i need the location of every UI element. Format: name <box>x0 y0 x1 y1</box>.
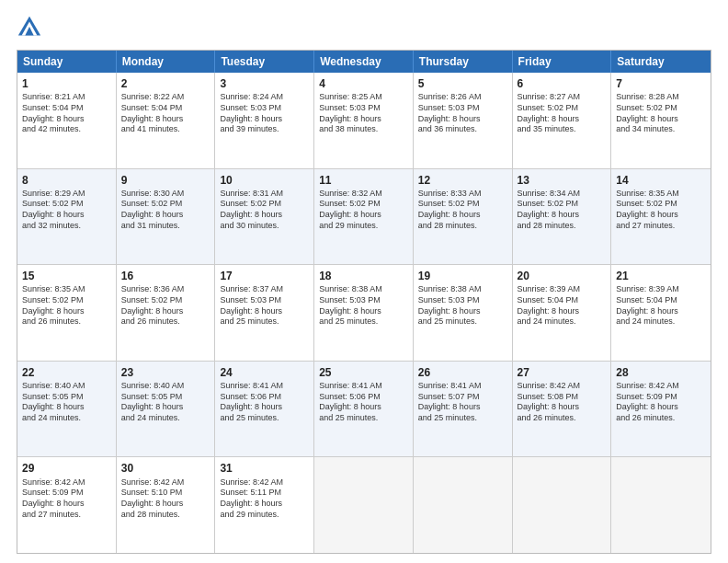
cell-info: Daylight: 8 hours <box>121 499 210 510</box>
day-number: 13 <box>518 173 607 188</box>
day-number: 2 <box>121 76 210 91</box>
cell-info: Sunset: 5:05 PM <box>121 392 210 403</box>
cell-info: Sunrise: 8:41 AM <box>220 381 309 392</box>
calendar-cell: 1Sunrise: 8:21 AMSunset: 5:04 PMDaylight… <box>17 73 117 168</box>
cell-info: Sunrise: 8:33 AM <box>418 189 507 200</box>
cell-info: Sunrise: 8:31 AM <box>220 189 309 200</box>
day-number: 20 <box>518 269 607 283</box>
calendar-cell: 24Sunrise: 8:41 AMSunset: 5:06 PMDayligh… <box>215 362 314 457</box>
calendar-cell: 30Sunrise: 8:42 AMSunset: 5:10 PMDayligh… <box>117 457 216 553</box>
day-number: 1 <box>22 76 111 91</box>
cell-info: and 29 minutes. <box>319 221 408 232</box>
cell-info: Sunrise: 8:42 AM <box>220 477 309 488</box>
day-number: 9 <box>121 173 210 188</box>
calendar-cell: 25Sunrise: 8:41 AMSunset: 5:06 PMDayligh… <box>314 362 414 457</box>
cell-info: Sunrise: 8:28 AM <box>616 92 706 103</box>
cell-info: and 31 minutes. <box>121 221 210 232</box>
cell-info: and 24 minutes. <box>22 413 111 424</box>
cell-info: Sunrise: 8:22 AM <box>121 92 210 103</box>
cell-info: Sunset: 5:06 PM <box>220 392 309 403</box>
cell-info: Sunset: 5:11 PM <box>220 488 309 499</box>
day-number: 6 <box>518 76 607 91</box>
day-number: 7 <box>616 76 706 91</box>
calendar-cell: 11Sunrise: 8:32 AMSunset: 5:02 PMDayligh… <box>314 169 414 265</box>
cell-info: Daylight: 8 hours <box>220 114 309 125</box>
cell-info: Daylight: 8 hours <box>518 306 607 317</box>
cell-info: Sunrise: 8:25 AM <box>319 92 408 103</box>
calendar-cell: 2Sunrise: 8:22 AMSunset: 5:04 PMDaylight… <box>117 73 216 168</box>
cell-info: Daylight: 8 hours <box>220 499 309 510</box>
calendar-header: SundayMondayTuesdayWednesdayThursdayFrid… <box>17 51 711 73</box>
cell-info: and 41 minutes. <box>121 124 210 135</box>
calendar-cell: 28Sunrise: 8:42 AMSunset: 5:09 PMDayligh… <box>611 362 711 457</box>
cell-info: Sunrise: 8:39 AM <box>518 284 607 295</box>
calendar-cell: 14Sunrise: 8:35 AMSunset: 5:02 PMDayligh… <box>611 169 711 265</box>
calendar-cell: 8Sunrise: 8:29 AMSunset: 5:02 PMDaylight… <box>17 169 117 265</box>
day-number: 17 <box>220 269 309 283</box>
calendar-cell: 12Sunrise: 8:33 AMSunset: 5:02 PMDayligh… <box>414 169 513 265</box>
cell-info: Sunset: 5:02 PM <box>616 103 706 114</box>
cell-info: Sunset: 5:02 PM <box>518 199 607 210</box>
day-number: 26 <box>418 365 507 380</box>
cell-info: Daylight: 8 hours <box>319 114 408 125</box>
calendar-cell: 29Sunrise: 8:42 AMSunset: 5:09 PMDayligh… <box>17 457 117 553</box>
page: SundayMondayTuesdayWednesdayThursdayFrid… <box>0 0 728 563</box>
cell-info: Sunset: 5:02 PM <box>22 295 111 306</box>
calendar-cell: 7Sunrise: 8:28 AMSunset: 5:02 PMDaylight… <box>611 73 711 168</box>
cell-info: Daylight: 8 hours <box>121 114 210 125</box>
cell-info: Sunrise: 8:37 AM <box>220 284 309 295</box>
day-number: 10 <box>220 173 309 188</box>
calendar-cell: 21Sunrise: 8:39 AMSunset: 5:04 PMDayligh… <box>611 265 711 361</box>
cell-info: Daylight: 8 hours <box>121 210 210 221</box>
header <box>17 15 711 40</box>
cell-info: Daylight: 8 hours <box>319 210 408 221</box>
header-day-thursday: Thursday <box>414 51 513 73</box>
cell-info: Daylight: 8 hours <box>220 306 309 317</box>
cell-info: Daylight: 8 hours <box>220 210 309 221</box>
cell-info: Daylight: 8 hours <box>22 114 111 125</box>
cell-info: Daylight: 8 hours <box>418 114 507 125</box>
cell-info: and 32 minutes. <box>22 221 111 232</box>
cell-info: and 25 minutes. <box>319 413 408 424</box>
day-number: 12 <box>418 173 507 188</box>
cell-info: Sunset: 5:02 PM <box>121 295 210 306</box>
cell-info: Sunset: 5:04 PM <box>616 295 706 306</box>
cell-info: Sunrise: 8:38 AM <box>319 284 408 295</box>
cell-info: Daylight: 8 hours <box>121 402 210 413</box>
calendar-cell <box>513 457 612 553</box>
cell-info: Sunset: 5:09 PM <box>22 488 111 499</box>
calendar-body: 1Sunrise: 8:21 AMSunset: 5:04 PMDaylight… <box>17 73 711 553</box>
calendar-cell <box>414 457 513 553</box>
cell-info: and 42 minutes. <box>22 124 111 135</box>
cell-info: Daylight: 8 hours <box>518 402 607 413</box>
cell-info: Sunset: 5:06 PM <box>319 392 408 403</box>
calendar-cell: 23Sunrise: 8:40 AMSunset: 5:05 PMDayligh… <box>117 362 216 457</box>
cell-info: Sunset: 5:02 PM <box>518 103 607 114</box>
cell-info: Sunrise: 8:35 AM <box>22 284 111 295</box>
calendar-cell: 6Sunrise: 8:27 AMSunset: 5:02 PMDaylight… <box>513 73 612 168</box>
cell-info: Sunset: 5:05 PM <box>22 392 111 403</box>
cell-info: Sunset: 5:04 PM <box>518 295 607 306</box>
cell-info: Daylight: 8 hours <box>22 402 111 413</box>
cell-info: Sunrise: 8:42 AM <box>616 381 706 392</box>
cell-info: and 28 minutes. <box>518 221 607 232</box>
cell-info: and 25 minutes. <box>220 413 309 424</box>
cell-info: Daylight: 8 hours <box>518 114 607 125</box>
cell-info: Daylight: 8 hours <box>418 306 507 317</box>
cell-info: and 38 minutes. <box>319 124 408 135</box>
calendar-cell: 5Sunrise: 8:26 AMSunset: 5:03 PMDaylight… <box>414 73 513 168</box>
cell-info: Sunrise: 8:42 AM <box>22 477 111 488</box>
cell-info: Daylight: 8 hours <box>121 306 210 317</box>
day-number: 27 <box>518 365 607 380</box>
calendar-cell: 22Sunrise: 8:40 AMSunset: 5:05 PMDayligh… <box>17 362 117 457</box>
day-number: 19 <box>418 269 507 283</box>
cell-info: Sunset: 5:07 PM <box>418 392 507 403</box>
calendar-cell: 26Sunrise: 8:41 AMSunset: 5:07 PMDayligh… <box>414 362 513 457</box>
cell-info: Sunrise: 8:30 AM <box>121 189 210 200</box>
cell-info: Sunset: 5:03 PM <box>418 103 507 114</box>
cell-info: Sunrise: 8:38 AM <box>418 284 507 295</box>
cell-info: Daylight: 8 hours <box>518 210 607 221</box>
cell-info: Sunset: 5:03 PM <box>220 295 309 306</box>
cell-info: Sunrise: 8:29 AM <box>22 189 111 200</box>
day-number: 15 <box>22 269 111 283</box>
